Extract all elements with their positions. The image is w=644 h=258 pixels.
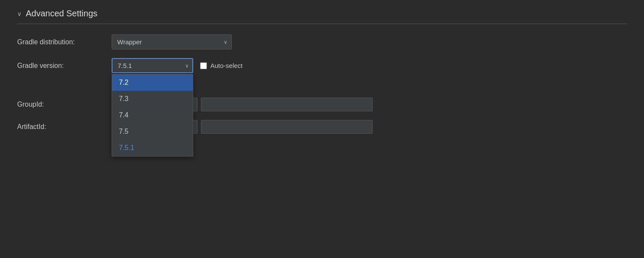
groupid-label: GroupId:	[17, 101, 112, 108]
artifactid-row: ArtifactId:	[17, 120, 627, 134]
main-container: ∨ Advanced Settings Gradle distribution:…	[0, 0, 644, 258]
gradle-version-row: Gradle version: ∨ 7.2 7.3 7.4 7.5 7.5.1 …	[17, 58, 627, 73]
gradle-version-dropdown: 7.2 7.3 7.4 7.5 7.5.1	[112, 74, 193, 157]
gradle-distribution-label: Gradle distribution:	[17, 38, 112, 46]
groupid-row: GroupId:	[17, 98, 627, 111]
artifactid-label: ArtifactId:	[17, 123, 112, 131]
collapse-chevron-icon[interactable]: ∨	[17, 10, 21, 17]
section-title: Advanced Settings	[26, 9, 97, 18]
gradle-distribution-select[interactable]: Wrapper Local installation Specified loc…	[112, 34, 232, 49]
auto-select-wrapper: Auto-select	[200, 62, 243, 69]
dropdown-item-7-3[interactable]: 7.3	[112, 91, 193, 107]
gradle-distribution-row: Gradle distribution: Wrapper Local insta…	[17, 34, 627, 49]
dropdown-item-7-2[interactable]: 7.2	[112, 74, 193, 91]
auto-select-checkbox[interactable]	[200, 62, 207, 69]
dropdown-item-7-5[interactable]: 7.5	[112, 123, 193, 140]
gradle-distribution-select-wrapper: Wrapper Local installation Specified loc…	[112, 34, 232, 49]
gradle-distribution-control: Wrapper Local installation Specified loc…	[112, 34, 232, 49]
gradle-version-label: Gradle version:	[17, 62, 112, 70]
artifactid-input-extra[interactable]	[201, 120, 373, 134]
gradle-version-input[interactable]	[112, 58, 193, 73]
gradle-version-input-wrapper: ∨ 7.2 7.3 7.4 7.5 7.5.1	[112, 58, 193, 73]
gradle-version-control: ∨ 7.2 7.3 7.4 7.5 7.5.1 Auto-select	[112, 58, 243, 73]
section-header: ∨ Advanced Settings	[17, 9, 627, 24]
dropdown-item-7-4[interactable]: 7.4	[112, 107, 193, 123]
save-settings-row: ttings for future projects	[17, 82, 627, 89]
dropdown-item-7-5-1[interactable]: 7.5.1	[112, 140, 193, 156]
groupid-input-extra[interactable]	[201, 98, 373, 111]
auto-select-label: Auto-select	[210, 62, 243, 69]
